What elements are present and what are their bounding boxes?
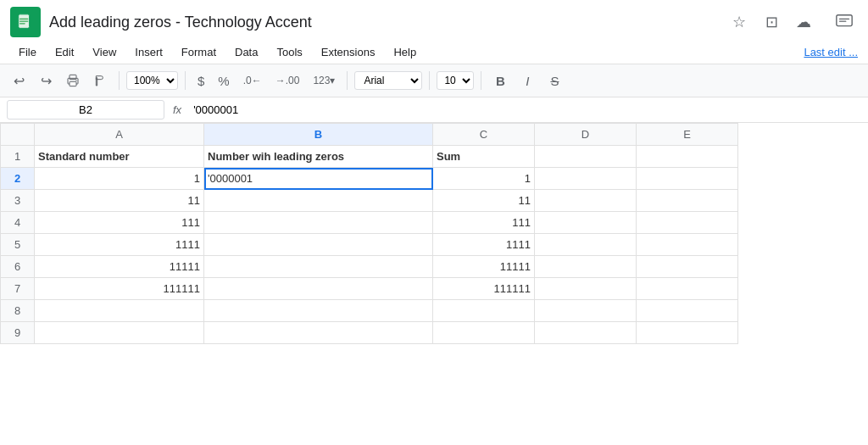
menu-format[interactable]: Format <box>173 42 225 62</box>
table-row[interactable]: 9 <box>1 322 738 344</box>
menu-edit[interactable]: Edit <box>47 42 82 62</box>
cell-b9[interactable] <box>204 331 432 335</box>
italic-button[interactable]: I <box>515 69 539 92</box>
cell-a6[interactable]: 11111 <box>35 259 203 275</box>
row-header-4[interactable]: 4 <box>1 212 35 234</box>
cell-d9[interactable] <box>535 331 636 335</box>
cell-b7[interactable] <box>204 287 432 291</box>
cell-c7[interactable]: 111111 <box>433 281 534 297</box>
col-header-a[interactable]: A <box>35 124 204 146</box>
cell-a8[interactable] <box>35 309 203 313</box>
table-row[interactable]: 511111111 <box>1 234 738 256</box>
row-header-7[interactable]: 7 <box>1 278 35 300</box>
menu-tools[interactable]: Tools <box>268 42 310 62</box>
table-row[interactable]: 21'00000011 <box>1 168 738 190</box>
row-header-6[interactable]: 6 <box>1 256 35 278</box>
last-edit[interactable]: Last edit ... <box>804 46 858 58</box>
col-header-b[interactable]: B <box>204 124 433 146</box>
cell-e8[interactable] <box>637 309 737 313</box>
cell-d2[interactable] <box>535 177 636 181</box>
menu-data[interactable]: Data <box>226 42 266 62</box>
cell-d3[interactable] <box>535 199 636 203</box>
cell-d7[interactable] <box>535 287 636 291</box>
cell-e2[interactable] <box>637 177 737 181</box>
font-size-select[interactable]: 10 <box>437 71 474 90</box>
cell-a7[interactable]: 111111 <box>35 281 203 297</box>
cell-b5[interactable] <box>204 243 432 247</box>
row-header-9[interactable]: 9 <box>1 322 35 344</box>
menu-file[interactable]: File <box>10 42 45 62</box>
paint-format-button[interactable] <box>88 69 112 92</box>
cell-e4[interactable] <box>637 221 737 225</box>
format-num-button[interactable]: 123▾ <box>308 73 340 88</box>
cell-a9[interactable] <box>35 331 203 335</box>
cell-c6[interactable]: 11111 <box>433 259 534 275</box>
cell-b1[interactable]: Number wih leading zeros <box>204 148 432 164</box>
cell-d1[interactable] <box>535 155 636 159</box>
cell-b3[interactable] <box>204 199 432 203</box>
cell-c3[interactable]: 11 <box>433 192 534 209</box>
cell-a4[interactable]: 111 <box>35 214 203 231</box>
cell-a5[interactable]: 1111 <box>35 236 203 253</box>
row-header-8[interactable]: 8 <box>1 300 35 322</box>
cell-b4[interactable] <box>204 221 432 225</box>
menu-insert[interactable]: Insert <box>126 42 171 62</box>
percent-button[interactable]: % <box>213 72 234 90</box>
print-button[interactable] <box>61 69 85 92</box>
row-header-2[interactable]: 2 <box>1 168 35 190</box>
col-header-d[interactable]: D <box>535 124 637 146</box>
undo-button[interactable]: ↩ <box>7 69 31 92</box>
table-row[interactable]: 4111111 <box>1 212 738 234</box>
title-bar: Add leading zeros - Technology Accent ☆ … <box>0 0 868 41</box>
cell-d6[interactable] <box>535 265 636 269</box>
menu-view[interactable]: View <box>84 42 125 62</box>
row-header-1[interactable]: 1 <box>1 146 35 168</box>
cell-a2[interactable]: 1 <box>35 170 203 186</box>
move-to-folder-icon[interactable]: ⊡ <box>760 10 783 34</box>
cell-e9[interactable] <box>637 331 737 335</box>
cell-reference-box[interactable] <box>7 100 164 120</box>
cell-a3[interactable]: 11 <box>35 192 203 209</box>
cell-e1[interactable] <box>637 155 737 159</box>
decimal-more-button[interactable]: →.00 <box>270 73 305 88</box>
cloud-save-icon[interactable]: ☁ <box>792 10 815 34</box>
menu-extensions[interactable]: Extensions <box>313 42 384 62</box>
cell-c8[interactable] <box>433 309 534 313</box>
row-header-5[interactable]: 5 <box>1 234 35 256</box>
col-header-c[interactable]: C <box>433 124 535 146</box>
bold-button[interactable]: B <box>488 69 512 92</box>
cell-b2[interactable]: '0000001 <box>204 170 432 186</box>
cell-c1[interactable]: Sum <box>433 148 534 164</box>
cell-e3[interactable] <box>637 199 737 203</box>
currency-button[interactable]: $ <box>192 72 209 90</box>
formula-input[interactable] <box>190 102 861 118</box>
col-header-e[interactable]: E <box>637 124 738 146</box>
cell-c9[interactable] <box>433 331 534 335</box>
chat-icon[interactable] <box>831 8 858 36</box>
cell-c5[interactable]: 1111 <box>433 236 534 253</box>
table-row[interactable]: 8 <box>1 300 738 322</box>
cell-b8[interactable] <box>204 309 432 313</box>
font-select[interactable]: Arial <box>354 71 422 90</box>
row-header-3[interactable]: 3 <box>1 190 35 212</box>
cell-a1[interactable]: Standard number <box>35 148 203 164</box>
cell-d4[interactable] <box>535 221 636 225</box>
table-row[interactable]: 31111 <box>1 190 738 212</box>
zoom-select[interactable]: 100% <box>126 71 178 90</box>
table-row[interactable]: 7111111111111 <box>1 278 738 300</box>
cell-d8[interactable] <box>535 309 636 313</box>
table-row[interactable]: 1Standard numberNumber wih leading zeros… <box>1 146 738 168</box>
menu-help[interactable]: Help <box>385 42 425 62</box>
cell-d5[interactable] <box>535 243 636 247</box>
cell-c4[interactable]: 111 <box>433 214 534 231</box>
table-row[interactable]: 61111111111 <box>1 256 738 278</box>
cell-c2[interactable]: 1 <box>433 170 534 186</box>
redo-button[interactable]: ↪ <box>34 69 58 92</box>
cell-e7[interactable] <box>637 287 737 291</box>
decimal-less-button[interactable]: .0← <box>238 73 267 88</box>
cell-e5[interactable] <box>637 243 737 247</box>
strikethrough-button[interactable]: S <box>542 69 566 92</box>
star-icon[interactable]: ☆ <box>727 10 751 34</box>
cell-b6[interactable] <box>204 265 432 269</box>
cell-e6[interactable] <box>637 265 737 269</box>
